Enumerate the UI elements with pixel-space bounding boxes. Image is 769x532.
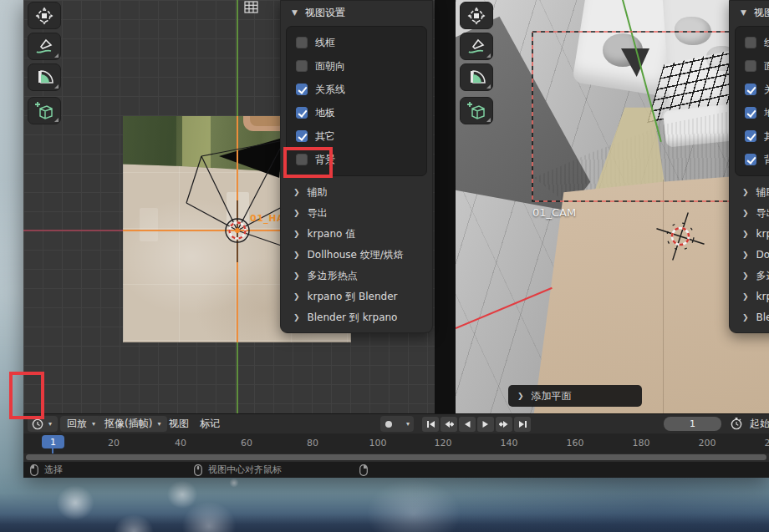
auto-keying-button[interactable]: ▾ xyxy=(380,416,414,432)
timeline-header: ▾ 回放 ▾ 抠像(插帧) ▾ 视图 标记 ▾ xyxy=(23,413,769,433)
chevron-right-icon: ❯ xyxy=(293,210,300,217)
section-dollhouse-bake[interactable]: ❯Dollhouse 纹理/烘焙 xyxy=(281,245,432,266)
cursor-tool-button[interactable] xyxy=(460,2,493,29)
camera-name-label: 01_CAM xyxy=(532,206,576,219)
section-auxiliary[interactable]: ❯辅助 xyxy=(730,182,769,203)
section-polygon-hotspot[interactable]: ❯多边形热点 xyxy=(730,266,769,286)
marker-menu[interactable]: 标记 xyxy=(200,416,220,432)
option-other[interactable]: 其它 xyxy=(736,124,769,148)
stopwatch-icon xyxy=(730,417,743,430)
subtool-corner xyxy=(486,84,491,89)
checkbox[interactable] xyxy=(745,37,756,48)
view-menu[interactable]: 视图 xyxy=(169,416,189,432)
measure-tool-button[interactable] xyxy=(28,63,61,91)
chevron-right-icon: ❯ xyxy=(293,251,300,259)
add-cube-tool-icon xyxy=(33,100,55,122)
mouse-right-icon xyxy=(359,464,368,476)
add-cube-tool-button[interactable] xyxy=(28,97,61,124)
subtool-corner xyxy=(54,118,59,122)
option-floor[interactable]: 地板 xyxy=(736,101,769,124)
measure-tool-button[interactable] xyxy=(460,63,493,91)
panel-title: 视图设置 xyxy=(305,6,345,20)
keying-menu[interactable]: 抠像(插帧) ▾ xyxy=(98,416,167,432)
checkbox[interactable] xyxy=(296,60,308,72)
option-background[interactable]: 背景 xyxy=(736,148,769,171)
option-wireframe[interactable]: 线框 xyxy=(736,31,769,54)
view-settings-options: 线框 面朝向 关系线 地板 其它 背景 xyxy=(735,26,769,176)
ruler-tick: 220 xyxy=(765,438,769,448)
clock-icon xyxy=(32,418,43,430)
section-export[interactable]: ❯导出 xyxy=(281,203,432,224)
chevron-right-icon: ❯ xyxy=(742,231,749,238)
play-button[interactable] xyxy=(477,417,494,432)
previous-keyframe-button[interactable] xyxy=(441,417,457,432)
section-krpano-to-blender[interactable]: ❯krpano 到 Blender xyxy=(281,286,432,307)
ruler-tick: 180 xyxy=(633,438,650,448)
option-face-orientation[interactable]: 面朝向 xyxy=(287,54,426,78)
checkbox[interactable] xyxy=(296,130,308,142)
play-reverse-icon xyxy=(463,420,471,428)
section-krpano-values[interactable]: ❯krpano 值 xyxy=(281,224,432,245)
checkbox[interactable] xyxy=(745,60,756,72)
option-wireframe[interactable]: 线框 xyxy=(287,31,426,54)
section-dollhouse-bake[interactable]: ❯Dollhouse 纹理/烘焙 xyxy=(730,245,769,266)
camera-frame-overlay xyxy=(456,0,769,413)
chevron-right-icon: ❯ xyxy=(293,293,300,301)
cursor-tool-button[interactable] xyxy=(28,2,61,29)
annotate-tool-button[interactable] xyxy=(28,33,61,60)
view-settings-panel-right: ▼ 视图设置 线框 面朝向 关系线 地板 其它 xyxy=(729,0,769,333)
panel-header-view-settings[interactable]: ▼ 视图设置 xyxy=(730,1,769,25)
timeline-ruler[interactable]: 1 20 40 60 80 100 120 140 160 180 200 22… xyxy=(23,433,769,453)
playback-menu[interactable]: 回放 ▾ xyxy=(60,416,102,432)
checkbox[interactable] xyxy=(745,154,756,165)
annotation-box-background-option xyxy=(283,147,333,178)
section-krpano-to-blender[interactable]: ❯krpano 到 Blender xyxy=(730,286,769,307)
chevron-right-icon: ❯ xyxy=(517,393,524,400)
section-blender-to-krpano[interactable]: ❯Blender 到 krpano xyxy=(730,307,769,328)
option-other[interactable]: 其它 xyxy=(287,124,426,148)
checkbox[interactable] xyxy=(296,84,308,95)
next-keyframe-button[interactable] xyxy=(496,417,512,432)
checkbox[interactable] xyxy=(745,107,756,119)
current-frame-badge[interactable]: 1 xyxy=(42,435,64,448)
chevron-down-icon: ▾ xyxy=(48,421,52,428)
status-right-mouse-hint xyxy=(359,462,368,478)
option-relationship-lines[interactable]: 关系线 xyxy=(287,78,426,101)
current-frame-field[interactable]: 1 xyxy=(664,417,721,431)
jump-to-start-button[interactable] xyxy=(422,417,439,432)
grid-icon[interactable] xyxy=(244,1,258,13)
measure-tool-icon xyxy=(466,68,486,88)
annotate-tool-icon xyxy=(466,37,486,57)
section-export[interactable]: ❯导出 xyxy=(730,203,769,224)
checkbox[interactable] xyxy=(296,107,308,119)
chevron-right-icon: ❯ xyxy=(742,210,749,217)
add-cube-tool-icon xyxy=(466,100,487,122)
checkbox[interactable] xyxy=(296,37,308,48)
option-floor[interactable]: 地板 xyxy=(287,101,426,124)
subtool-corner xyxy=(54,53,59,58)
section-auxiliary[interactable]: ❯辅助 xyxy=(281,182,432,203)
section-krpano-values[interactable]: ❯krpano 值 xyxy=(730,224,769,245)
jump-start-icon xyxy=(426,420,435,428)
section-polygon-hotspot[interactable]: ❯多边形热点 xyxy=(281,266,432,286)
section-blender-to-krpano[interactable]: ❯Blender 到 krpano xyxy=(281,307,432,328)
jump-to-end-button[interactable] xyxy=(514,417,531,432)
viewport-camera-view[interactable]: 01_CAM ❯ 添加平面 xyxy=(456,0,769,413)
timeline-scroll-row xyxy=(23,453,769,462)
option-relationship-lines[interactable]: 关系线 xyxy=(736,78,769,101)
status-select-hint: 选择 xyxy=(30,462,63,478)
add-cube-tool-button[interactable] xyxy=(460,97,493,124)
start-frame-label[interactable]: 起始 xyxy=(750,416,769,432)
timeline-scrollbar[interactable] xyxy=(26,454,766,460)
measure-tool-icon xyxy=(34,68,54,88)
checkbox[interactable] xyxy=(745,84,756,95)
option-face-orientation[interactable]: 面朝向 xyxy=(736,54,769,78)
chevron-right-icon: ❯ xyxy=(742,314,749,322)
checkbox[interactable] xyxy=(745,130,756,142)
ruler-tick: 80 xyxy=(307,438,318,448)
play-reverse-button[interactable] xyxy=(459,417,476,432)
add-plane-panel[interactable]: ❯ 添加平面 xyxy=(508,385,642,407)
panel-header-view-settings[interactable]: ▼ 视图设置 xyxy=(281,1,432,25)
annotation-box-bottom-left xyxy=(9,372,44,419)
annotate-tool-button[interactable] xyxy=(460,33,493,60)
